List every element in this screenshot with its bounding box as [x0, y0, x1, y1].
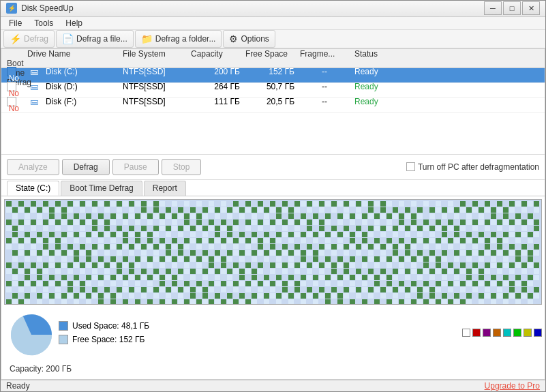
col-filesystem[interactable]: File System [120, 49, 188, 59]
disk-block [528, 299, 533, 305]
disk-block [485, 287, 490, 292]
tab-boottime[interactable]: Boot Time Defrag [61, 181, 142, 196]
disk-block [178, 269, 183, 274]
disk-block [460, 207, 466, 213]
upgrade-link[interactable]: Upgrade to Pro [485, 381, 540, 391]
disk-block [521, 281, 527, 286]
disk-block [442, 287, 447, 292]
disk-block [503, 269, 509, 274]
disk-block [294, 213, 300, 219]
minimize-button[interactable]: ─ [484, 1, 502, 15]
disk-block [386, 244, 392, 250]
disk-block [123, 213, 128, 219]
drive-row[interactable]: 🖴Disk (F:)NTFS[SSD]111 ГБ20,5 ГБ--ReadyN… [1, 98, 545, 113]
disk-block [245, 299, 251, 305]
disk-block [196, 287, 202, 292]
disk-block [436, 275, 441, 280]
disk-block [282, 293, 288, 299]
defrag-button[interactable]: ⚡ Defrag [3, 30, 55, 48]
disk-block [252, 220, 257, 225]
disk-block [331, 281, 337, 286]
disk-block [479, 244, 484, 250]
disk-block [104, 238, 110, 243]
disk-block [160, 226, 165, 231]
defrag-folder-button[interactable]: 📁 Defrag a folder... [135, 30, 222, 48]
disk-block [141, 238, 147, 243]
options-button[interactable]: ⚙ Options [223, 30, 275, 48]
disk-block [43, 256, 48, 262]
col-status[interactable]: Status [352, 49, 542, 59]
menu-tools[interactable]: Tools [29, 17, 59, 29]
pause-button[interactable]: Pause [112, 159, 159, 175]
disk-block [92, 256, 97, 262]
disk-block [239, 213, 245, 219]
disk-block [104, 220, 110, 225]
defrag-action-button[interactable]: Defrag [62, 159, 110, 175]
maximize-button[interactable]: □ [503, 1, 521, 15]
disk-block [215, 220, 220, 225]
disk-block [264, 269, 269, 274]
disk-block [423, 232, 429, 237]
disk-block [135, 207, 140, 213]
disk-block [534, 201, 539, 207]
disk-block [515, 299, 521, 305]
disk-block [92, 275, 97, 280]
disk-block [184, 275, 189, 280]
menu-help[interactable]: Help [60, 17, 88, 29]
disk-block [233, 232, 239, 237]
disk-block [393, 250, 398, 256]
disk-block [258, 287, 263, 292]
tab-state[interactable]: State (C:) [7, 181, 59, 196]
drive-row[interactable]: 🖴Disk (D:)NTFS[SSD]264 ГБ50,7 ГБ--ReadyN… [1, 83, 545, 98]
close-button[interactable]: ✕ [522, 1, 540, 15]
buttons-row: Analyze Defrag Pause Stop Turn off PC af… [1, 155, 545, 180]
disk-block [141, 269, 147, 274]
disk-block [356, 299, 361, 305]
analyze-button[interactable]: Analyze [7, 159, 59, 175]
drive-status: Ready [352, 67, 542, 76]
legend-used-box [59, 321, 68, 331]
tab-report[interactable]: Report [144, 181, 186, 196]
disk-block [239, 299, 245, 305]
disk-block [110, 201, 116, 207]
drive-row[interactable]: 🖴Disk (C:)NTFS[SSD]200 ГБ152 ГБ--ReadyNo [1, 68, 545, 83]
disk-block [135, 250, 140, 256]
disk-block [37, 262, 42, 268]
disk-block [417, 293, 423, 299]
disk-block [301, 250, 306, 256]
disk-block [160, 207, 165, 213]
disk-block [380, 287, 386, 292]
disk-block [67, 275, 73, 280]
disk-block [485, 220, 490, 225]
menu-file[interactable]: File [3, 17, 27, 29]
disk-block [202, 293, 208, 299]
disk-block [49, 232, 55, 237]
col-capacity[interactable]: Capacity [188, 49, 243, 59]
defrag-file-button[interactable]: 📄 Defrag a file... [56, 30, 134, 48]
disk-block [153, 207, 159, 213]
disk-block [466, 287, 472, 292]
disk-block [442, 213, 447, 219]
disk-block [55, 238, 61, 243]
disk-block [239, 262, 245, 268]
disk-block [221, 213, 226, 219]
disk-block [239, 207, 245, 213]
col-fragment[interactable]: Fragme... [297, 49, 352, 59]
col-freespace[interactable]: Free Space [243, 49, 297, 59]
disk-block [129, 293, 134, 299]
disk-block [18, 213, 24, 219]
disk-block [37, 226, 42, 231]
turnoff-checkbox-label[interactable]: Turn off PC after defragmentation [406, 162, 539, 172]
disk-block [233, 213, 239, 219]
disk-block [454, 281, 459, 286]
stop-button[interactable]: Stop [162, 159, 202, 175]
disk-block [178, 244, 183, 250]
disk-block [37, 244, 42, 250]
disk-block [282, 238, 288, 243]
disk-block [521, 250, 527, 256]
disk-block [479, 201, 484, 207]
turnoff-checkbox[interactable] [406, 162, 415, 171]
disk-block [417, 244, 423, 250]
disk-block [160, 281, 165, 286]
col-drive-name[interactable]: Drive Name [25, 49, 120, 59]
